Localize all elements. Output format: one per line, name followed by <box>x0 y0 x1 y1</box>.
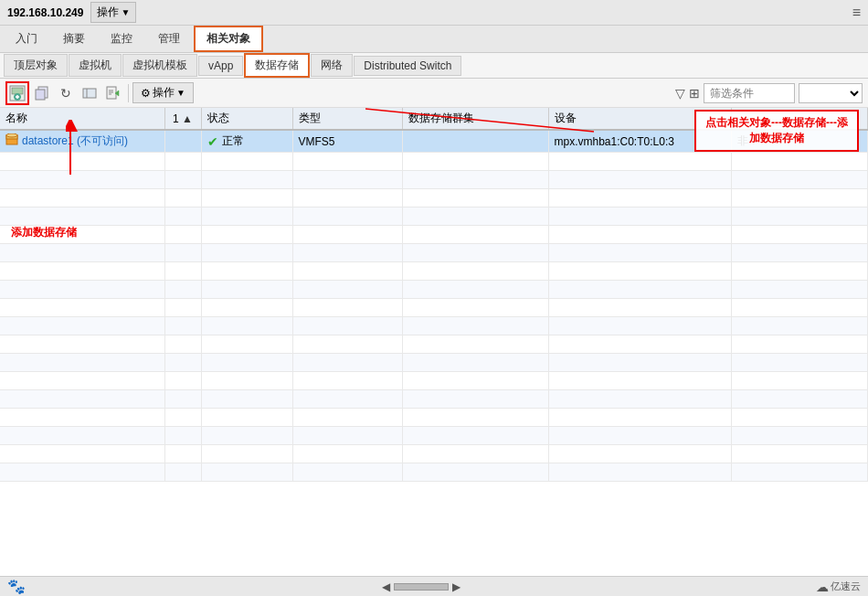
cell-empty <box>731 226 868 244</box>
data-table: 名称 1 ▲ 状态 类型 数据存储群集 <box>0 108 868 482</box>
cell-empty <box>731 189 868 208</box>
cell-empty <box>548 427 731 445</box>
cell-empty <box>164 299 201 317</box>
cell-empty <box>164 262 201 281</box>
filter-dropdown[interactable] <box>799 83 863 103</box>
column-icon[interactable]: ⊞ <box>689 86 700 101</box>
cell-empty <box>731 208 868 226</box>
add-datastore-button[interactable] <box>5 81 29 105</box>
cell-empty <box>292 262 402 281</box>
cell-empty <box>0 317 164 335</box>
nav-item-related[interactable]: 相关对象 <box>194 26 263 52</box>
tab-datastore[interactable]: 数据存储 <box>244 53 310 78</box>
copy-button[interactable] <box>31 82 53 104</box>
cell-empty <box>548 409 731 427</box>
cell-empty <box>164 409 201 427</box>
cell-device: mpx.vmhba1:C0:T0:L0:3 <box>548 130 731 153</box>
cell-empty <box>201 354 292 372</box>
col-header-cluster[interactable]: 数据存储群集 <box>402 108 548 130</box>
table-row-empty <box>0 445 868 463</box>
cell-num <box>164 130 201 153</box>
cell-empty <box>201 409 292 427</box>
cell-empty <box>402 354 548 372</box>
cell-empty <box>292 171 402 189</box>
cell-empty <box>731 299 868 317</box>
logo-area: ☁ 亿速云 <box>816 580 861 594</box>
tab-vapp[interactable]: vApp <box>198 56 243 76</box>
table-row[interactable]: datastore1 (不可访问)✔正常VMFS5mpx.vmhba1:C0:T… <box>0 130 868 153</box>
col-header-name[interactable]: 名称 <box>0 108 164 130</box>
footprint-icon: 🐾 <box>7 578 26 595</box>
cell-empty <box>548 317 731 335</box>
status-text: 正常 <box>222 133 244 149</box>
filter-icon[interactable]: ▽ <box>675 86 685 101</box>
table-row-empty <box>0 354 868 372</box>
table-row-empty <box>0 171 868 189</box>
cell-empty <box>201 281 292 299</box>
nav-item-manage[interactable]: 管理 <box>146 27 192 51</box>
cell-empty <box>292 354 402 372</box>
scroll-right-arrow[interactable]: ▶ <box>452 580 460 593</box>
cell-empty <box>731 390 868 409</box>
cell-empty <box>0 299 164 317</box>
cell-empty <box>402 281 548 299</box>
cell-empty <box>548 262 731 281</box>
action-button[interactable]: 操作 ▼ <box>90 2 136 23</box>
tab-distributed-switch[interactable]: Distributed Switch <box>354 56 461 76</box>
move-button[interactable] <box>79 82 101 104</box>
col-header-type[interactable]: 类型 <box>292 108 402 130</box>
cell-empty <box>292 372 402 390</box>
toolbar: ↻ ⚙ 操作 ▼ <box>0 79 868 108</box>
col-header-num[interactable]: 1 ▲ <box>164 108 201 130</box>
col-header-device[interactable]: 设备 <box>548 108 731 130</box>
cell-empty <box>201 226 292 244</box>
cell-empty <box>164 171 201 189</box>
export-button[interactable] <box>102 82 124 104</box>
tab-toplevel[interactable]: 顶层对象 <box>4 54 68 77</box>
cell-empty <box>201 372 292 390</box>
table-row-empty <box>0 463 868 482</box>
cell-empty <box>0 372 164 390</box>
scrollbar-thumb[interactable] <box>394 583 449 591</box>
cell-empty <box>731 463 868 482</box>
nav-item-monitor[interactable]: 监控 <box>99 27 144 51</box>
cell-empty <box>402 372 548 390</box>
svg-rect-1 <box>12 88 23 94</box>
action-dropdown-btn[interactable]: ⚙ 操作 ▼ <box>132 82 194 103</box>
cell-empty <box>201 335 292 354</box>
cell-empty <box>292 299 402 317</box>
tab-vm[interactable]: 虚拟机 <box>69 54 122 77</box>
refresh-button[interactable]: ↻ <box>55 82 77 104</box>
nav-item-summary[interactable]: 摘要 <box>51 27 97 51</box>
cell-empty <box>548 354 731 372</box>
cell-empty <box>201 171 292 189</box>
cell-empty <box>164 244 201 262</box>
table-row-empty <box>0 427 868 445</box>
tab-vm-template[interactable]: 虚拟机模板 <box>122 54 197 77</box>
table-row-empty <box>0 299 868 317</box>
cell-empty <box>292 281 402 299</box>
cell-empty <box>164 335 201 354</box>
cell-empty <box>292 445 402 463</box>
menu-icon[interactable]: ≡ <box>852 5 861 21</box>
cell-empty <box>731 354 868 372</box>
tab-bar: 顶层对象 虚拟机 虚拟机模板 vApp 数据存储 网络 Distributed … <box>0 53 868 79</box>
add-icon <box>9 85 26 101</box>
cell-empty <box>201 262 292 281</box>
toolbar-separator <box>128 84 129 102</box>
datastore-link[interactable]: datastore1 (不可访问) <box>5 133 159 149</box>
tab-network[interactable]: 网络 <box>311 54 353 77</box>
cell-empty <box>201 299 292 317</box>
nav-item-intro[interactable]: 入门 <box>4 27 49 51</box>
cell-empty <box>731 281 868 299</box>
filter-input[interactable] <box>704 83 795 103</box>
action-label: 操作 <box>97 5 119 20</box>
gear-icon: ⚙ <box>141 87 151 100</box>
cell-empty <box>731 372 868 390</box>
cell-empty <box>548 189 731 208</box>
cell-empty <box>164 317 201 335</box>
scroll-left-arrow[interactable]: ◀ <box>382 580 390 593</box>
cell-empty <box>402 445 548 463</box>
col-header-status[interactable]: 状态 <box>201 108 292 130</box>
cell-empty <box>548 281 731 299</box>
